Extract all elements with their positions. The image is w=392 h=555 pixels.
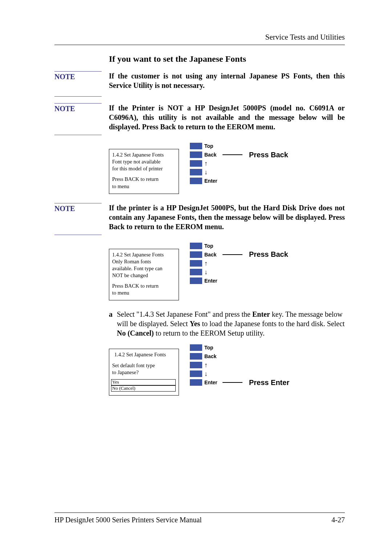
page-number: 4-27 bbox=[331, 516, 345, 524]
callout-leader bbox=[222, 254, 242, 255]
lcd-line: Only Roman fonts bbox=[112, 258, 176, 265]
key-label: Back bbox=[204, 152, 221, 158]
lcd-screen-1: 1.4.2 Set Japanese Fonts Font type not a… bbox=[109, 149, 179, 194]
key-back bbox=[190, 151, 202, 158]
diagram-3: 1.4.2 Set Japanese Fonts Set default fon… bbox=[109, 343, 345, 395]
key-enter bbox=[190, 278, 202, 284]
running-head: Service Tests and Utilities bbox=[54, 33, 345, 42]
lcd-line: Press BACK to return bbox=[112, 176, 176, 182]
b: Yes bbox=[190, 320, 200, 328]
b: Enter bbox=[252, 310, 270, 318]
section-title: If you want to set the Japanese Fonts bbox=[109, 54, 345, 64]
callout-press-back: Press Back bbox=[249, 250, 288, 259]
t: Select "1.4.3 Set Japanese Font" and pre… bbox=[117, 310, 252, 318]
up-arrow-icon: ↑ bbox=[204, 362, 221, 368]
key-enter bbox=[190, 178, 202, 184]
diagram-2: 1.4.2 Set Japanese Fonts Only Roman font… bbox=[109, 242, 345, 301]
note-2: NOTE If the Printer is NOT a HP DesignJe… bbox=[109, 103, 345, 135]
step-label: a bbox=[109, 309, 117, 338]
up-arrow-icon: ↑ bbox=[204, 260, 221, 267]
note-1: NOTE If the customer is not using any in… bbox=[109, 71, 345, 97]
note-3: NOTE If the printer is a HP DesignJet 50… bbox=[109, 203, 345, 235]
key-back bbox=[190, 353, 202, 360]
step-a: a Select "1.4.3 Set Japanese Font" and p… bbox=[109, 309, 345, 338]
note-text: If the printer is a HP DesignJet 5000PS,… bbox=[109, 203, 345, 231]
callout-leader bbox=[222, 154, 242, 155]
key-back bbox=[190, 251, 202, 258]
keypad-2: Top Back Press Back ↑ ↓ Enter bbox=[190, 242, 288, 285]
key-label: Top bbox=[204, 243, 221, 249]
lcd-line: NOT be changed bbox=[112, 272, 176, 279]
lcd-option-yes: Yes bbox=[111, 379, 176, 385]
step-body: Select "1.4.3 Set Japanese Font" and pre… bbox=[117, 309, 345, 338]
callout-leader bbox=[222, 382, 242, 383]
lcd-line: Press BACK to return bbox=[112, 283, 176, 289]
b: No (Cancel) bbox=[117, 329, 154, 337]
page-footer: HP DesignJet 5000 Series Printers Servic… bbox=[54, 510, 345, 524]
lcd-option-no: No (Cancel) bbox=[111, 385, 176, 392]
note-text: If the customer is not using any interna… bbox=[109, 71, 345, 90]
key-label: Enter bbox=[204, 278, 221, 284]
key-top bbox=[190, 243, 202, 249]
up-arrow-icon: ↑ bbox=[204, 160, 221, 167]
key-label: Back bbox=[204, 353, 221, 359]
down-arrow-icon: ↓ bbox=[204, 370, 221, 377]
down-arrow-icon: ↓ bbox=[204, 169, 221, 175]
lcd-line: for this model of printer bbox=[112, 165, 176, 172]
key-label: Top bbox=[204, 143, 221, 149]
key-up bbox=[190, 362, 202, 368]
header-rule bbox=[54, 45, 345, 45]
key-down bbox=[190, 169, 202, 175]
note-label: NOTE bbox=[54, 103, 102, 135]
key-up bbox=[190, 160, 202, 167]
lcd-screen-3: 1.4.2 Set Japanese Fonts Set default fon… bbox=[109, 349, 179, 395]
key-label: Enter bbox=[204, 178, 221, 184]
key-top bbox=[190, 344, 202, 351]
down-arrow-icon: ↓ bbox=[204, 269, 221, 275]
footer-rule bbox=[54, 513, 345, 513]
t: to load the Japanese fonts to the hard d… bbox=[200, 320, 344, 328]
keypad-3: Top Back ↑ ↓ Enter Press Enter bbox=[190, 343, 289, 387]
lcd-line: 1.4.2 Set Japanese Fonts bbox=[114, 351, 176, 358]
lcd-line: to menu bbox=[112, 183, 176, 190]
lcd-line: Font type not available bbox=[112, 158, 176, 165]
lcd-line: 1.4.2 Set Japanese Fonts bbox=[112, 251, 176, 258]
key-top bbox=[190, 143, 202, 149]
keypad-1: Top Back Press Back ↑ ↓ Enter bbox=[190, 142, 288, 185]
lcd-line: to menu bbox=[112, 289, 176, 296]
lcd-line: available. Font type can bbox=[112, 265, 176, 272]
footer-left: HP DesignJet 5000 Series Printers Servic… bbox=[54, 516, 202, 524]
key-label: Enter bbox=[204, 380, 221, 385]
lcd-line: 1.4.2 Set Japanese Fonts bbox=[112, 151, 176, 158]
lcd-line: to Japanese? bbox=[112, 369, 176, 376]
lcd-screen-2: 1.4.2 Set Japanese Fonts Only Roman font… bbox=[109, 249, 179, 301]
callout-press-back: Press Back bbox=[249, 151, 288, 159]
key-down bbox=[190, 370, 202, 377]
diagram-1: 1.4.2 Set Japanese Fonts Font type not a… bbox=[109, 142, 345, 194]
note-text: If the Printer is NOT a HP DesignJet 500… bbox=[109, 103, 345, 131]
lcd-line: Set default font type bbox=[112, 362, 176, 369]
key-label: Back bbox=[204, 252, 221, 258]
key-up bbox=[190, 260, 202, 267]
key-down bbox=[190, 269, 202, 275]
t: to return to the EEROM Setup utility. bbox=[154, 329, 265, 337]
note-label: NOTE bbox=[54, 71, 102, 97]
key-label: Top bbox=[204, 345, 221, 351]
callout-press-enter: Press Enter bbox=[249, 378, 289, 387]
note-label: NOTE bbox=[54, 203, 102, 235]
key-enter bbox=[190, 379, 202, 386]
